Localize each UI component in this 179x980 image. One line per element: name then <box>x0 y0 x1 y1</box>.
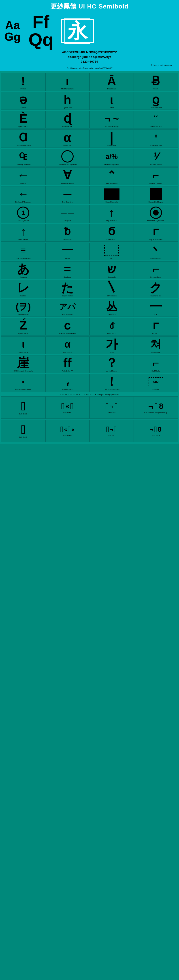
label-bottom-2a: CJK Ext G <box>19 436 27 438</box>
bottom-2c-a: 𠀀 <box>106 425 109 434</box>
bottom-2d-cjk: 𠀀 <box>154 425 157 434</box>
label-box-draw: Box Drawing <box>62 201 72 203</box>
bottom-2c-b: 𠀀 <box>114 425 117 434</box>
label-kayah-li: Kayah Li <box>152 332 159 335</box>
col-header-latin-ext-b <box>134 72 178 73</box>
glyph-bopomofo: ש <box>107 262 116 275</box>
cell-cjk: 一 CJK <box>134 299 178 317</box>
label-bar: Punctuation <box>107 145 117 147</box>
label-h: Cyrillic Sup <box>63 107 72 109</box>
glyph-dingbats: — — <box>61 206 74 219</box>
cell-b-stroke: Ƀ Greek <box>134 73 178 91</box>
sample-ff: Ff <box>29 13 53 31</box>
grid-row-4: Ɑ Latin Ext Additional α Greek Ext | Pun… <box>1 129 178 148</box>
cell-small-forms: ، Small Forms <box>45 374 90 392</box>
glyph-misc-arrows: ↑ <box>20 225 26 238</box>
bottom-sup-8: 8 <box>159 402 163 410</box>
geo-symbol <box>150 188 162 200</box>
label-idc: IDC <box>110 257 113 259</box>
cell-block-elements: Block Elements <box>90 186 134 204</box>
cell-d-hook: ƍ Diacriticals Ext <box>134 92 178 110</box>
glyph-enclosed-cjk: (ヲ) <box>16 300 31 313</box>
grid-row-7: ← Enclosed Alphanum ─ Box Drawing Block … <box>1 186 178 204</box>
glyph-arrow-left: ← <box>17 169 29 182</box>
font-samples: Aa Gg Ff Qq 永 <box>5 12 174 50</box>
cell-box-draw: ─ Box Drawing <box>45 186 90 204</box>
sample-aa: Aa <box>5 19 21 31</box>
bottom-e-right: 𢀀 <box>70 401 74 411</box>
glyph-cjk-ext-a: 丛 <box>106 300 117 313</box>
label-bottom-2c: CJK Ext I <box>108 435 115 437</box>
glyph-cyrillic-ext-x: Ϭ <box>108 225 115 238</box>
bottom-2b-b: 𠀀 <box>68 425 71 434</box>
glyph-cjk-compat: アパ <box>59 300 75 313</box>
square-shape <box>150 188 162 200</box>
glyph-bottom-sup: ¬ 𥀀 8 <box>149 401 163 411</box>
cell-misc-sym: 1 Misc Symbols <box>1 205 45 223</box>
label-letterlike: Letterlike Symbols <box>104 164 119 165</box>
glyph-kanbun: レ <box>17 282 30 294</box>
label-circle-diac: Diacriticals For Symbols <box>58 164 77 165</box>
label-shha: Latin Ext Additional <box>16 145 31 147</box>
cell-misc-tech: ⌃ Misc Technical <box>90 167 134 185</box>
cell-specials: OBJ Specials <box>134 374 178 392</box>
glyph-grid: ! Pilt Ext ı Modifier Letters Ā Diacriti… <box>0 71 179 444</box>
glyph-alpha-pf: ff <box>63 356 72 369</box>
bottom-cell-2-c: 𠀀 ¬ 𠀀 CJK Ext I <box>90 420 134 442</box>
label-cjk-strokes: CJK Strokes <box>107 295 117 297</box>
label-misc-tech: Misc Technical <box>106 182 117 185</box>
glyph-b-stroke: Ƀ <box>152 75 160 88</box>
cell-kangxi: 一 Kangxi <box>45 243 90 261</box>
label-enclosed-cjk: Enclosed CJK <box>18 313 29 316</box>
cell-h: h Cyrillic Sup <box>45 92 90 110</box>
bottom-cell-2-d: ¬ 𠀀 8 CJK Ext J <box>134 420 178 442</box>
sample-cjk: 永 <box>64 18 90 44</box>
cell-control-pic: ⌐ Control Pictures <box>134 167 178 185</box>
column-headers <box>1 72 178 73</box>
glyph-bopomofo-ext: た <box>61 282 74 294</box>
label-currency: Currency Symbols <box>16 164 30 165</box>
bottom-2d-hook: ¬ <box>150 426 153 433</box>
label-compat-jamo: Compat Jamo <box>150 276 161 278</box>
grid-row-2: ə Cyrillic h Cyrillic Sup ι Jamo ƍ Diacr… <box>1 92 178 110</box>
cell-misc-arrows: ↑ Misc Arrows <box>1 224 45 242</box>
glyph-cjk-compat-forms: · <box>22 375 25 388</box>
credit: © Design by fontke.com <box>5 64 174 67</box>
header: 更紗黑體 UI HC Semibold Aa Gg Ff Qq 永 ABCDEF… <box>0 0 179 71</box>
cell-circle-diac: Diacriticals For Symbols <box>45 149 90 167</box>
label-forall: Math Operations <box>61 182 74 185</box>
glyph-not-tilde: ¬ ~ <box>104 112 119 125</box>
cell-hangul: 가 Hangul <box>90 336 134 354</box>
label-bottom-2d: CJK Ext J <box>152 435 160 437</box>
label-jamo-ext-a: Jamo Ext A <box>19 351 28 353</box>
cell-cjk-strokes: 〵 CJK Strokes <box>90 280 134 298</box>
label-b-stroke: Greek <box>153 88 158 90</box>
glyph-hangul: 가 <box>105 338 118 351</box>
col-header-latin-ext-a <box>90 72 134 73</box>
cell-shha: Ɑ Latin Ext Additional <box>1 129 45 148</box>
glyph-forall: ∀ <box>63 169 72 182</box>
bottom-e-guillemot: « <box>66 402 69 410</box>
grid-row-13: (ヲ) Enclosed CJK アパ CJK Compat 丛 CJK Ext… <box>1 299 178 317</box>
cell-superscript: ⁰ Super And Sub <box>134 129 178 148</box>
glyph-currency: ₠ <box>19 150 27 163</box>
label-bottom-e: CJK Ext E <box>63 412 71 414</box>
grid-row-14: Ź Cyrillic Ext B c Modifier Tone Letters… <box>1 318 178 336</box>
glyph-jamo-ext-a: ι <box>22 338 25 351</box>
glyph-bottom-2a: 𠀀 <box>21 423 26 436</box>
cell-geo-shapes: Geometric Shapes <box>134 186 178 204</box>
obj-box: OBJ <box>149 377 163 386</box>
label-latin-ext-d: Latin Ext D <box>107 332 116 335</box>
bottom-label-row: CJK Ext D / CJK Ext E / CJK Ext F / CJK … <box>1 393 178 396</box>
bottom-cell-cjk-compat-sup: ¬ 𥀀 8 CJK Compat Ideographs Sup <box>134 396 178 419</box>
glyph-cjk-strokes: 〵 <box>105 282 118 294</box>
label-small-forms: Small Forms <box>62 389 72 391</box>
label-block-elements: Block Elements <box>105 201 118 203</box>
cell-bopomofo-ext: た Bopomofo Ext <box>45 280 90 298</box>
cell-a-macron: Ā Diacriticals <box>90 73 134 91</box>
cell-forall: ∀ Math Operations <box>45 167 90 185</box>
glyph-latin-ext-e: α <box>64 338 70 351</box>
label-number-forms: Number Forms <box>150 164 162 165</box>
cell-cjk-compat: アパ CJK Compat <box>45 299 90 317</box>
glyph-bottom-2d: ¬ 𠀀 8 <box>150 425 161 434</box>
